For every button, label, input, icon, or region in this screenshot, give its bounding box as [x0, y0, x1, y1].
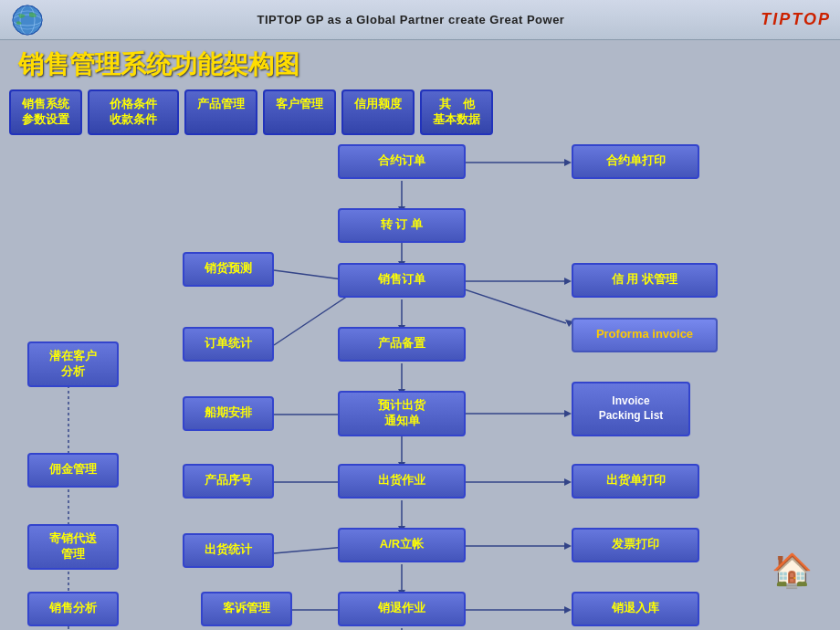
- tiptop-logo: TIPTOP: [761, 10, 831, 29]
- box-ship-stats[interactable]: 出货统计: [183, 533, 274, 568]
- nav-price[interactable]: 价格条件收款条件: [88, 89, 179, 135]
- box-shipment[interactable]: 出货作业: [338, 464, 466, 499]
- box-contract-print[interactable]: 合约单打印: [572, 144, 699, 179]
- box-product-config[interactable]: 产品备置: [338, 327, 466, 362]
- box-ship-arrange[interactable]: 船期安排: [183, 396, 274, 431]
- box-proforma[interactable]: Proforma invoice: [572, 318, 718, 352]
- header-title: TIPTOP GP as a Global Partner create Gre…: [82, 13, 740, 26]
- box-expected-ship[interactable]: 预计出货通知单: [338, 391, 466, 436]
- top-nav: 销售系统参数设置 价格条件收款条件 产品管理 客户管理 信用额度 其 他基本数据: [0, 86, 840, 139]
- house-icon: 🏠: [772, 551, 813, 590]
- svg-marker-28: [564, 410, 572, 417]
- box-commission[interactable]: 佣金管理: [27, 453, 119, 488]
- svg-marker-32: [564, 542, 572, 550]
- box-sales-order[interactable]: 销售订单: [338, 263, 466, 298]
- box-ar-account[interactable]: A/R立帐: [338, 528, 466, 562]
- box-consignment[interactable]: 寄销代送管理: [27, 524, 119, 570]
- nav-sales-system[interactable]: 销售系统参数设置: [9, 89, 82, 135]
- svg-marker-34: [564, 606, 572, 614]
- svg-marker-30: [564, 478, 572, 486]
- box-product-serial[interactable]: 产品序号: [183, 464, 274, 499]
- page-title: 销售管理系统功能架构图: [0, 40, 840, 86]
- nav-other[interactable]: 其 他基本数据: [420, 89, 493, 135]
- box-return-stock[interactable]: 销退入库: [572, 592, 699, 626]
- svg-marker-22: [564, 159, 572, 166]
- logo-right: TIPTOP: [740, 10, 831, 29]
- svg-marker-24: [564, 278, 572, 285]
- diagram: 合约订单 转 订 单 销售订单 产品备置 预计出货通知单 出货作业 A/R立帐 …: [9, 142, 831, 599]
- box-forecast[interactable]: 销货预测: [183, 252, 274, 287]
- box-transfer-order[interactable]: 转 订 单: [338, 208, 466, 243]
- nav-product[interactable]: 产品管理: [184, 89, 257, 135]
- box-complaint[interactable]: 客诉管理: [201, 592, 292, 626]
- box-sales-analysis[interactable]: 销售分析: [27, 592, 119, 626]
- box-ship-print[interactable]: 出货单打印: [572, 464, 699, 499]
- box-potential-cust[interactable]: 潜在客户分析: [27, 341, 119, 387]
- box-return-ops[interactable]: 销退作业: [338, 592, 466, 626]
- box-contract-order[interactable]: 合约订单: [338, 144, 466, 179]
- nav-customer[interactable]: 客户管理: [263, 89, 336, 135]
- globe-icon: [9, 4, 60, 37]
- nav-credit-limit[interactable]: 信用额度: [341, 89, 415, 135]
- box-credit-mgmt[interactable]: 信 用 状管理: [572, 263, 718, 298]
- logo-left: [9, 4, 82, 37]
- box-invoice-print[interactable]: 发票打印: [572, 528, 699, 562]
- header: TIPTOP GP as a Global Partner create Gre…: [0, 0, 840, 40]
- box-invoice-packing[interactable]: InvoicePacking List: [572, 382, 690, 436]
- box-order-stats[interactable]: 订单统计: [183, 327, 274, 362]
- svg-line-25: [457, 287, 566, 323]
